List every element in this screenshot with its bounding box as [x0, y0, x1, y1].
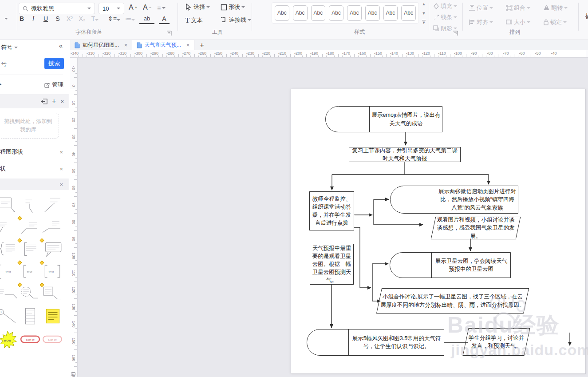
shape-thumb-note-vline[interactable]	[20, 196, 41, 214]
line-icon	[433, 14, 439, 20]
decrease-font-button[interactable]: A−	[143, 4, 151, 12]
shape-thumb-note-diag[interactable]	[42, 196, 63, 214]
flip-button[interactable]: 翻转	[543, 4, 568, 12]
select-tool-button[interactable]: 选择	[185, 3, 210, 11]
highlight-color-button[interactable]: ab	[139, 15, 154, 24]
style-sample-5[interactable]: Abc	[365, 5, 380, 21]
font-size-select[interactable]: 10	[99, 3, 124, 14]
close-icon[interactable]: ×	[59, 149, 63, 155]
shape-thumb-signoff-light[interactable]: Sign off	[42, 330, 63, 348]
h-ruler-label: -230	[246, 51, 254, 56]
h-ruler-label: -70	[503, 51, 509, 56]
fill-button[interactable]: 填充	[433, 2, 457, 10]
document-tab-0[interactable]: 如何用亿图图...×	[70, 40, 132, 50]
gallery-up-icon[interactable]: ▲	[422, 2, 426, 6]
shape-thumb-brace-block[interactable]	[0, 241, 19, 258]
shape-thumb-wow-star[interactable]: WOW	[0, 330, 19, 348]
align-button[interactable]: 对齐	[469, 18, 493, 26]
format-group-launcher-icon[interactable]	[453, 31, 458, 36]
line-button[interactable]: 线条	[433, 13, 457, 21]
style-sample-0[interactable]: Abc	[275, 5, 289, 21]
text-effect-button[interactable]: T	[90, 15, 100, 22]
close-icon[interactable]: ×	[60, 98, 64, 105]
shape-thumb-bubble-callout[interactable]	[42, 241, 63, 258]
collapse-sidebar-icon[interactable]: «	[59, 42, 63, 49]
bold-button[interactable]: B	[17, 15, 27, 22]
partial-dropdown-icon[interactable]	[4, 18, 8, 20]
shape-thumb-square-callout[interactable]	[42, 285, 63, 303]
import-icon[interactable]	[41, 99, 47, 104]
shape-thumb-bracket-text[interactable]: text	[20, 263, 41, 281]
style-sample-4[interactable]: Abc	[347, 5, 362, 21]
style-sample-1[interactable]: Abc	[293, 5, 308, 21]
ruler-options-icon[interactable]	[71, 372, 75, 376]
underline-button[interactable]: U	[41, 15, 51, 22]
shape-thumb-number-callout[interactable]: 1	[0, 307, 19, 325]
shape-thumb-bracket-text2[interactable]: text	[42, 263, 63, 281]
section-flowchart-shapes[interactable]: 程图形状×	[0, 147, 69, 157]
connector-icon	[221, 16, 228, 24]
section-shapes[interactable]: 状×	[0, 163, 69, 174]
h-ruler-label: -150	[374, 51, 382, 56]
shape-thumb-circle-callout[interactable]	[20, 285, 41, 303]
shape-thumb-note-diag-down[interactable]	[0, 218, 19, 236]
gallery-down-icon[interactable]: ▼	[422, 11, 426, 16]
connector-line[interactable]	[354, 227, 371, 288]
connector-tool-button[interactable]: 连接线	[221, 16, 251, 24]
search-button[interactable]: 搜索	[44, 58, 64, 69]
close-tab-icon[interactable]: ×	[124, 42, 127, 48]
shape-thumb-leader-text[interactable]	[0, 285, 19, 303]
italic-button[interactable]: I	[28, 15, 38, 22]
text-tool-button[interactable]: T 文本	[185, 16, 202, 25]
style-sample-2[interactable]: Abc	[311, 5, 326, 21]
shape-thumb-note-box[interactable]	[0, 196, 19, 214]
align-text-button[interactable]: ≡	[157, 4, 166, 12]
symbol-search-input[interactable]: 号	[1, 60, 7, 68]
shape-thumb-brace-text[interactable]: text	[0, 263, 19, 281]
close-tab-icon[interactable]: ×	[186, 42, 189, 48]
new-tab-button[interactable]: +	[194, 40, 209, 50]
style-sample-6[interactable]: Abc	[383, 5, 398, 21]
line-spacing-button[interactable]: ⇕≡	[107, 15, 122, 22]
svg-text:Sign off: Sign off	[26, 338, 35, 341]
group-button[interactable]: 组合	[506, 4, 530, 12]
horizontal-ruler: -340-330-320-310-300-290-280-270-260-250…	[70, 50, 588, 58]
drawing-canvas[interactable]: Baidu经验 jingyan.baidu.com 展示emoji表情图片，说出…	[78, 58, 588, 377]
font-family-select[interactable]: 微软雅黑	[19, 3, 95, 14]
document-page[interactable]: Baidu经验 jingyan.baidu.com 展示emoji表情图片，说出…	[291, 89, 586, 374]
style-sample-7[interactable]: Abc	[401, 5, 416, 21]
document-tab-1[interactable]: 天气和天气预...×	[132, 40, 194, 50]
subscript-button[interactable]: X₂	[77, 15, 87, 22]
font-color-button[interactable]: A	[159, 15, 170, 24]
increase-font-button[interactable]: A+	[129, 4, 137, 12]
sidebar-title[interactable]: 符号	[1, 44, 18, 52]
position-button[interactable]: 位置	[469, 4, 493, 12]
gallery-more-icon[interactable]: ▼	[422, 20, 426, 25]
style-sample-3[interactable]: Abc	[329, 5, 343, 21]
shape-thumb-callout-bent2[interactable]	[42, 218, 63, 236]
h-ruler-label: -320	[103, 51, 110, 56]
shape-tool-button[interactable]: 形状	[221, 3, 245, 11]
lock-button[interactable]: 锁定	[543, 18, 567, 26]
section-callouts[interactable]: ×	[0, 179, 69, 190]
shape-thumb-callout-bent[interactable]	[20, 218, 41, 236]
close-icon[interactable]: ×	[59, 181, 63, 188]
close-icon[interactable]: ×	[59, 166, 63, 172]
library-dropzone[interactable]: 拖拽到此处，添加到我的库	[0, 113, 59, 139]
strikethrough-button[interactable]: S	[53, 15, 63, 22]
size-button[interactable]: 大小	[506, 18, 530, 26]
font-group-launcher-icon[interactable]	[166, 31, 172, 36]
manage-library-button[interactable]: 管理	[44, 81, 63, 89]
bullet-list-button[interactable]: ≔	[123, 15, 137, 22]
superscript-button[interactable]: X²	[65, 15, 75, 22]
shape-thumb-list-note[interactable]	[20, 307, 41, 325]
document-tabbar: 如何用亿图图...×天气和天气预...×+	[70, 40, 588, 50]
connector-lines	[291, 89, 586, 374]
h-ruler-label: -310	[118, 51, 126, 56]
shape-thumb-bracket-block[interactable]	[20, 241, 41, 258]
shape-thumb-signoff[interactable]: Sign off	[20, 330, 41, 348]
h-ruler-label: -140	[390, 51, 398, 56]
replace-button-partial[interactable]: 替	[585, 12, 588, 20]
add-icon[interactable]: +	[52, 97, 56, 105]
shape-thumb-sticky-note[interactable]	[42, 307, 63, 325]
